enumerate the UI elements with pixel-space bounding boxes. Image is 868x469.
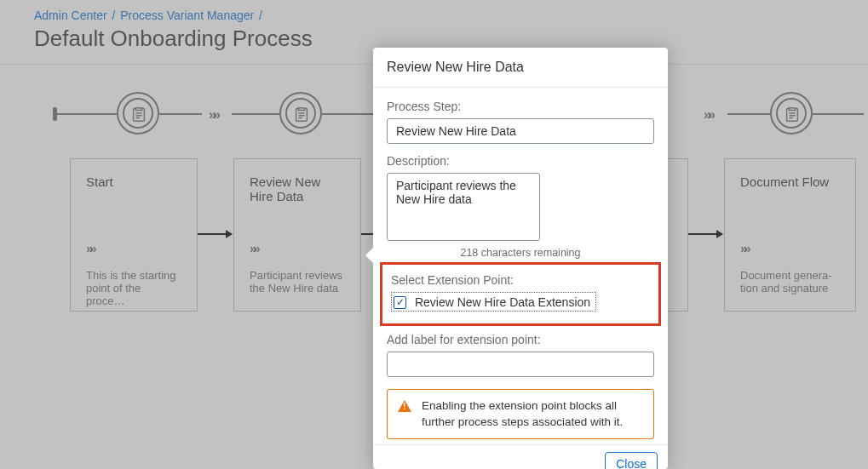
warning-box: Enabling the extension point blocks all … (387, 389, 654, 438)
extension-checkbox[interactable]: ✓ (394, 296, 406, 309)
character-counter: 218 characters remaining (387, 247, 654, 259)
review-new-hire-dialog: Review New Hire Data Process Step: Descr… (373, 48, 668, 469)
description-textarea[interactable] (387, 173, 540, 241)
dialog-body: Process Step: Description: 218 character… (373, 88, 668, 444)
close-button[interactable]: Close (605, 452, 658, 469)
dialog-title: Review New Hire Data (373, 48, 668, 87)
warning-icon (398, 400, 411, 412)
description-label: Description: (387, 154, 654, 168)
extension-point-section: Select Extension Point: ✓ Review New Hir… (380, 262, 661, 326)
extension-checkbox-wrapper[interactable]: ✓ Review New Hire Data Extension (391, 292, 596, 312)
dialog-footer: Close (373, 444, 668, 469)
process-step-label: Process Step: (387, 100, 654, 113)
add-label-label: Add label for extension point: (387, 333, 654, 346)
dialog-callout-arrow (365, 247, 374, 264)
extension-label-input[interactable] (387, 352, 654, 377)
warning-text: Enabling the extension point blocks all … (422, 398, 643, 429)
select-extension-label: Select Extension Point: (391, 273, 650, 287)
process-step-input[interactable] (387, 118, 654, 144)
extension-checkbox-label: Review New Hire Data Extension (410, 295, 590, 309)
